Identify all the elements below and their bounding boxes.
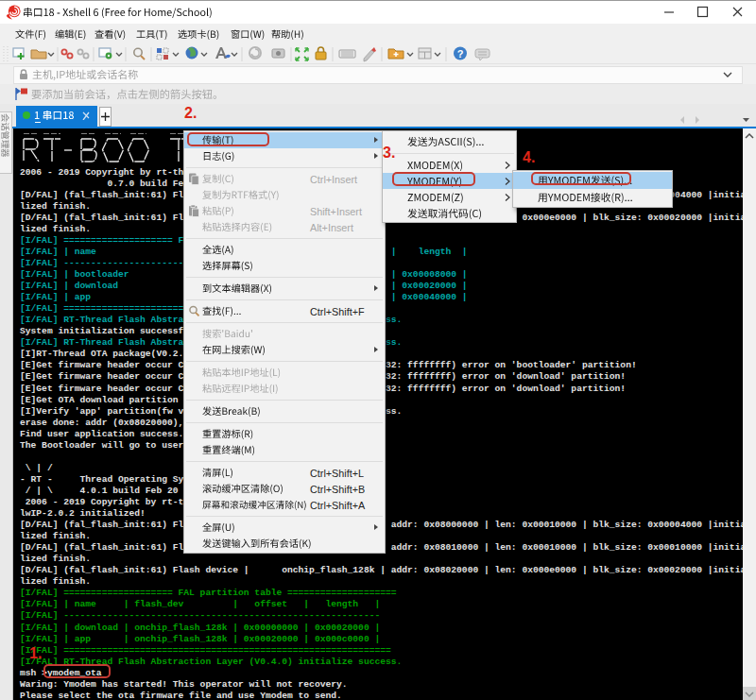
svg-text:?: ? (457, 48, 464, 60)
